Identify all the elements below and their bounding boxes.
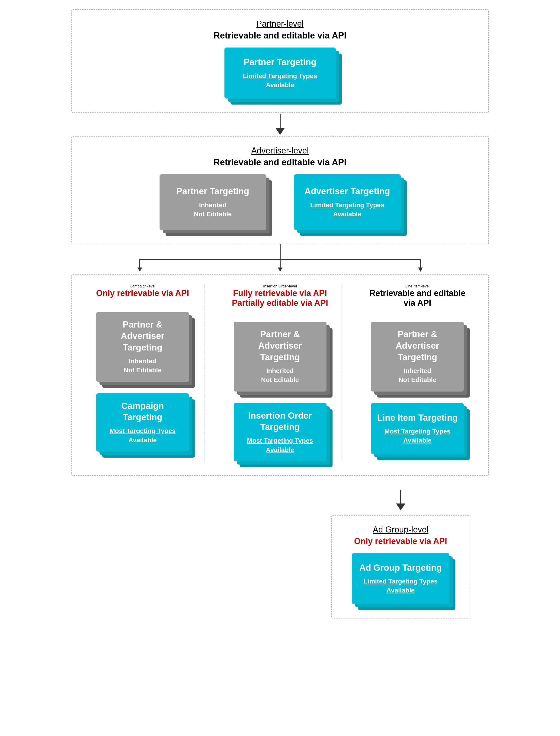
advertiser-level-name: Advertiser-level bbox=[86, 146, 474, 156]
adgroup-card-stack: Ad Group Targeting Limited Targeting Typ… bbox=[352, 553, 449, 604]
campaign-card-title: Campaign Targeting bbox=[102, 400, 183, 423]
adgroup-level-box: Ad Group-level Only retrievable via API … bbox=[331, 515, 470, 618]
connector-svg bbox=[71, 244, 489, 275]
campaign-partner-card-title: Partner & Advertiser Targeting bbox=[102, 319, 183, 353]
lineitem-partner-card-stack: Partner & Advertiser Targeting Inherited… bbox=[371, 322, 464, 391]
advertiser-card-link[interactable]: Limited Targeting Types Available bbox=[300, 201, 395, 219]
io-level-desc1: Fully retrievable via API bbox=[232, 289, 328, 298]
io-partner-card-title: Partner & Advertiser Targeting bbox=[240, 329, 321, 363]
adgroup-cards-row: Ad Group Targeting Limited Targeting Typ… bbox=[346, 553, 456, 604]
adgroup-arrow-line bbox=[400, 489, 401, 503]
svg-marker-7 bbox=[418, 268, 423, 272]
io-column: Insertion Order-level Fully retrievable … bbox=[218, 284, 342, 461]
partner-level-box: Partner-level Retrievable and editable v… bbox=[71, 9, 489, 113]
campaign-partner-targeting-card: Partner & Advertiser Targeting Inherited… bbox=[96, 312, 189, 382]
arrow-head-1 bbox=[275, 128, 285, 135]
io-level-desc2: Partially editable via API bbox=[232, 298, 328, 308]
campaign-targeting-card-stack: Campaign Targeting Most Targeting Types … bbox=[96, 393, 189, 451]
diagram: Partner-level Retrievable and editable v… bbox=[9, 9, 551, 618]
adgroup-targeting-card: Ad Group Targeting Limited Targeting Typ… bbox=[352, 553, 449, 604]
campaign-targeting-card: Campaign Targeting Most Targeting Types … bbox=[96, 393, 189, 451]
partner-cards-row: Partner Targeting Limited Targeting Type… bbox=[86, 48, 474, 99]
campaign-column: Campaign-level Only retrievable via API … bbox=[81, 284, 205, 461]
partner-targeting-card: Partner Targeting Limited Targeting Type… bbox=[224, 48, 336, 99]
campaign-col-title: Campaign-level Only retrievable via API bbox=[96, 284, 189, 298]
three-way-connector bbox=[71, 244, 489, 275]
advertiser-level-title: Advertiser-level Retrievable and editabl… bbox=[86, 146, 474, 167]
advertiser-partner-card-title: Partner Targeting bbox=[165, 186, 260, 197]
svg-marker-5 bbox=[278, 268, 282, 272]
lineitem-partner-targeting-card: Partner & Advertiser Targeting Inherited… bbox=[371, 322, 464, 391]
advertiser-partner-targeting-card: Partner Targeting Inherited Not Editable bbox=[160, 174, 266, 230]
partner-card-title: Partner Targeting bbox=[230, 57, 330, 68]
partner-card-stack: Partner Targeting Limited Targeting Type… bbox=[224, 48, 336, 99]
partner-level-desc: Retrievable and editable via API bbox=[86, 31, 474, 41]
io-partner-inherited: Inherited Not Editable bbox=[240, 366, 321, 384]
arrow-wrapper-1 bbox=[275, 114, 285, 135]
io-targeting-card: Insertion Order Targeting Most Targeting… bbox=[234, 403, 326, 461]
arrow-line-1 bbox=[280, 114, 281, 128]
partner-card-link[interactable]: Limited Targeting Types Available bbox=[230, 71, 330, 90]
adgroup-arrow bbox=[396, 489, 405, 510]
lineitem-col-title: Line Item-level Retrievable and editable… bbox=[363, 284, 472, 308]
io-targeting-card-stack: Insertion Order Targeting Most Targeting… bbox=[234, 403, 326, 461]
adgroup-arrow-head bbox=[396, 503, 405, 510]
lineitem-level-name: Line Item-level bbox=[405, 284, 429, 288]
campaign-level-desc: Only retrievable via API bbox=[96, 289, 189, 298]
partner-level-title: Partner-level Retrievable and editable v… bbox=[86, 19, 474, 41]
campaign-level-name: Campaign-level bbox=[130, 284, 155, 288]
adgroup-level-name: Ad Group-level bbox=[346, 525, 456, 534]
io-partner-targeting-card: Partner & Advertiser Targeting Inherited… bbox=[234, 322, 326, 391]
advertiser-cards-row: Partner Targeting Inherited Not Editable… bbox=[86, 174, 474, 230]
arrow-partner-to-advertiser bbox=[9, 113, 551, 136]
lineitem-column: Line Item-level Retrievable and editable… bbox=[356, 284, 479, 461]
io-card-link[interactable]: Most Targeting Types Available bbox=[240, 436, 321, 454]
adgroup-section: Ad Group-level Only retrievable via API … bbox=[71, 489, 489, 618]
lineitem-card-title: Line Item Targeting bbox=[377, 412, 458, 423]
advertiser-level-box: Advertiser-level Retrievable and editabl… bbox=[71, 136, 489, 244]
campaign-partner-inherited: Inherited Not Editable bbox=[102, 357, 183, 374]
campaign-partner-card-stack: Partner & Advertiser Targeting Inherited… bbox=[96, 312, 189, 382]
advertiser-partner-card-stack: Partner Targeting Inherited Not Editable bbox=[160, 174, 266, 230]
campaign-card-link[interactable]: Most Targeting Types Available bbox=[102, 426, 183, 444]
io-col-title: Insertion Order-level Fully retrievable … bbox=[232, 284, 328, 308]
io-card-title: Insertion Order Targeting bbox=[240, 410, 321, 433]
io-partner-card-stack: Partner & Advertiser Targeting Inherited… bbox=[234, 322, 326, 391]
lineitem-partner-card-title: Partner & Advertiser Targeting bbox=[377, 329, 458, 363]
adgroup-level-title: Ad Group-level Only retrievable via API bbox=[346, 525, 456, 546]
advertiser-targeting-card-stack: Advertiser Targeting Limited Targeting T… bbox=[294, 174, 401, 230]
adgroup-level-desc: Only retrievable via API bbox=[346, 536, 456, 546]
advertiser-targeting-card: Advertiser Targeting Limited Targeting T… bbox=[294, 174, 401, 230]
lineitem-partner-inherited: Inherited Not Editable bbox=[377, 366, 458, 384]
adgroup-card-title: Ad Group Targeting bbox=[358, 562, 444, 573]
advertiser-card-title: Advertiser Targeting bbox=[300, 186, 395, 197]
io-level-name: Insertion Order-level bbox=[263, 284, 297, 288]
lower-section: Campaign-level Only retrievable via API … bbox=[71, 275, 489, 476]
partner-level-name: Partner-level bbox=[86, 19, 474, 29]
lineitem-targeting-card: Line Item Targeting Most Targeting Types… bbox=[371, 403, 464, 454]
advertiser-level-desc: Retrievable and editable via API bbox=[86, 157, 474, 167]
lineitem-level-desc: Retrievable and editable via API bbox=[363, 289, 472, 308]
lower-grid: Campaign-level Only retrievable via API … bbox=[81, 284, 479, 461]
lineitem-card-link[interactable]: Most Targeting Types Available bbox=[377, 427, 458, 445]
svg-marker-3 bbox=[138, 268, 142, 272]
adgroup-card-link[interactable]: Limited Targeting Types Available bbox=[358, 577, 444, 595]
advertiser-partner-inherited: Inherited Not Editable bbox=[165, 201, 260, 219]
adgroup-connector-and-box: Ad Group-level Only retrievable via API … bbox=[331, 489, 470, 618]
lineitem-targeting-card-stack: Line Item Targeting Most Targeting Types… bbox=[371, 403, 464, 454]
